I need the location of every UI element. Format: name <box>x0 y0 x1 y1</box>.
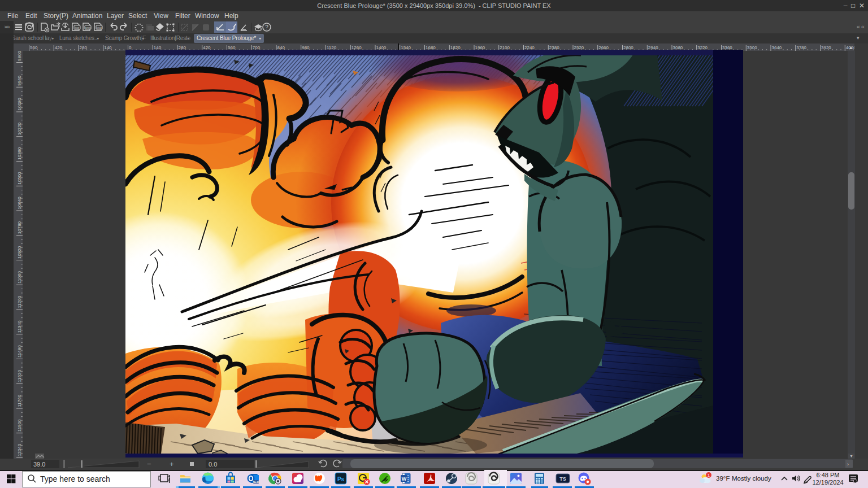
svg-text:11760: 11760 <box>17 394 22 407</box>
svg-text:11340: 11340 <box>17 320 22 333</box>
svg-text:10080: 10080 <box>17 98 22 111</box>
svg-text:10220: 10220 <box>17 122 22 135</box>
svg-text:−: − <box>147 460 151 468</box>
svg-text:10920: 10920 <box>17 246 22 259</box>
svg-text:+: + <box>170 460 174 468</box>
svg-text:9800: 9800 <box>17 51 22 61</box>
svg-text:3500: 3500 <box>747 45 757 50</box>
svg-text:0.0: 0.0 <box>209 461 217 468</box>
svg-text:3640: 3640 <box>772 45 782 50</box>
svg-text:140: 140 <box>104 45 112 50</box>
svg-text:280: 280 <box>80 45 88 50</box>
svg-text:NEW: NEW <box>253 481 259 483</box>
svg-text:png: png <box>85 26 90 29</box>
svg-text:11620: 11620 <box>17 370 22 382</box>
svg-text:Ps: Ps <box>337 476 345 482</box>
svg-text:11200: 11200 <box>17 295 22 308</box>
svg-text:11900: 11900 <box>17 419 22 432</box>
svg-text:TS: TS <box>559 476 566 482</box>
svg-text:11480: 11480 <box>17 345 22 358</box>
svg-text:?: ? <box>265 24 268 30</box>
svg-text:jpg: jpg <box>75 26 79 29</box>
svg-text:10500: 10500 <box>17 172 22 185</box>
svg-text:Mostly cloudy: Mostly cloudy <box>732 475 771 482</box>
svg-text:W: W <box>402 476 407 482</box>
svg-text:9940: 9940 <box>17 75 22 85</box>
svg-text:10360: 10360 <box>17 147 22 160</box>
svg-text:10780: 10780 <box>17 221 22 234</box>
svg-text:3920: 3920 <box>821 45 831 50</box>
svg-text:39°F: 39°F <box>716 475 730 482</box>
svg-text:psd: psd <box>97 26 102 29</box>
svg-text:1: 1 <box>708 473 710 478</box>
svg-text:39.0: 39.0 <box>33 461 45 468</box>
svg-text:10640: 10640 <box>17 197 22 210</box>
svg-text:11060: 11060 <box>17 271 22 284</box>
svg-text:›: › <box>847 461 849 467</box>
svg-text:560: 560 <box>30 45 38 50</box>
svg-text:420: 420 <box>55 45 63 50</box>
svg-text:3780: 3780 <box>796 45 806 50</box>
